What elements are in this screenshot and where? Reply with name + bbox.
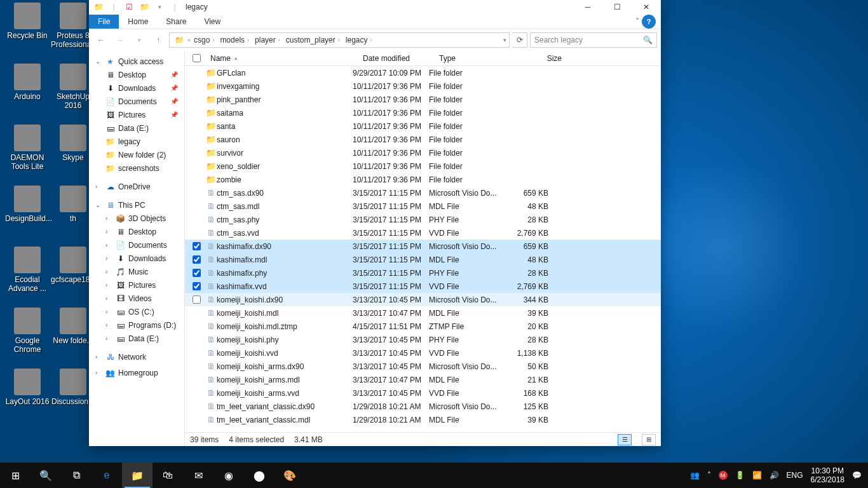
system-tray[interactable]: 👥 ˄ M 🔋 📶 🔊 ENG 10:30 PM 6/23/2018 💬 xyxy=(684,466,868,485)
row-checkbox[interactable] xyxy=(193,255,201,264)
desktop-icon[interactable]: DesignBuild... xyxy=(5,186,50,223)
nav-qa-item[interactable]: 🖥Desktop📌 xyxy=(89,68,184,81)
file-row[interactable]: 🗎komeiji_koishi.mdl3/13/2017 10:47 PMMDL… xyxy=(185,306,661,320)
file-row[interactable]: 🗎tm_leet_variant_classic.dx901/29/2018 1… xyxy=(185,400,661,413)
col-date[interactable]: Date modified xyxy=(358,54,434,63)
file-row[interactable]: 📁xeno_soldier10/11/2017 9:36 PMFile fold… xyxy=(185,159,661,173)
titlebar[interactable]: 📁 | ☑ 📁 ▾ | legacy ─ ☐ ✕ xyxy=(89,0,661,14)
file-row[interactable]: 🗎komeiji_koishi.phy3/13/2017 10:45 PMPHY… xyxy=(185,333,661,346)
file-row[interactable]: 🗎kashimafix.vvd3/15/2017 11:15 PMVVD Fil… xyxy=(185,280,661,293)
file-row[interactable]: 🗎komeiji_koishi_arms.vvd3/13/2017 10:45 … xyxy=(185,386,661,400)
taskbar-chrome[interactable]: ◉ xyxy=(214,463,244,488)
nav-pc-item[interactable]: ›🖼Pictures xyxy=(89,278,184,292)
col-size[interactable]: Size xyxy=(510,54,567,63)
chevron-left-icon[interactable]: « xyxy=(187,37,191,43)
language-indicator[interactable]: ENG xyxy=(787,471,803,480)
row-checkbox[interactable] xyxy=(193,242,201,250)
taskbar-steam[interactable]: ⬤ xyxy=(244,463,275,488)
nav-network[interactable]: ›🖧Network xyxy=(89,350,184,363)
crumb-models[interactable]: models› xyxy=(217,36,252,44)
file-row[interactable]: 📁zombie10/11/2017 9:36 PMFile folder xyxy=(185,173,661,186)
desktop-icon[interactable]: DAEMON Tools Lite xyxy=(5,125,50,171)
crumb-custom-player[interactable]: custom_player› xyxy=(283,36,342,44)
file-row[interactable]: 🗎ctm_sas.vvd3/15/2017 11:15 PMVVD File2,… xyxy=(185,226,661,240)
view-thumbnails-button[interactable]: ⊞ xyxy=(642,434,656,445)
nav-quick-access[interactable]: ⌄★Quick access xyxy=(89,55,184,68)
file-row[interactable]: 🗎komeiji_koishi.vvd3/13/2017 10:45 PMVVD… xyxy=(185,346,661,360)
nav-pc-item[interactable]: ›📦3D Objects xyxy=(89,212,184,225)
desktop-icon[interactable]: Recycle Bin xyxy=(5,3,50,40)
explorer-icon[interactable]: 📁 xyxy=(93,2,104,12)
file-row[interactable]: 🗎ctm_sas.mdl3/15/2017 11:15 PMMDL File48… xyxy=(185,200,661,213)
row-checkbox[interactable] xyxy=(193,295,201,304)
file-row[interactable]: 🗎kashimafix.dx903/15/2017 11:15 PMMicros… xyxy=(185,240,661,253)
help-button[interactable]: ? xyxy=(642,15,656,29)
nav-pc-item[interactable]: ›🖥Desktop xyxy=(89,225,184,238)
file-row[interactable]: 🗎ctm_sas.phy3/15/2017 11:15 PMPHY File28… xyxy=(185,213,661,226)
nav-this-pc[interactable]: ⌄🖥This PC xyxy=(89,198,184,212)
nav-qa-item[interactable]: 📁screenshots xyxy=(89,161,184,175)
maximize-button[interactable]: ☐ xyxy=(602,0,632,14)
nav-back-button[interactable]: ← xyxy=(93,32,109,48)
nav-qa-item[interactable]: 📁legacy xyxy=(89,135,184,148)
tab-file[interactable]: File xyxy=(89,15,119,29)
qat-new-folder[interactable]: 📁 xyxy=(139,2,150,12)
taskbar-mail[interactable]: ✉ xyxy=(183,463,214,488)
select-all-checkbox[interactable] xyxy=(193,54,201,62)
nav-qa-item[interactable]: 🖴Data (E:) xyxy=(89,121,184,135)
col-name[interactable]: Name▴ xyxy=(205,54,358,63)
nav-pc-item[interactable]: ›🖴OS (C:) xyxy=(89,305,184,318)
taskbar-store[interactable]: 🛍 xyxy=(153,463,183,488)
file-row[interactable]: 📁sauron10/11/2017 9:36 PMFile folder xyxy=(185,133,661,146)
taskbar[interactable]: ⊞ 🔍 ⧉ e 📁 🛍 ✉ ◉ ⬤ 🎨 👥 ˄ M 🔋 📶 🔊 ENG 10:3… xyxy=(0,463,868,488)
taskbar-edge[interactable]: e xyxy=(92,463,122,488)
breadcrumb-root-icon[interactable]: 📁 xyxy=(172,36,187,44)
file-row[interactable]: 🗎kashimafix.phy3/15/2017 11:15 PMPHY Fil… xyxy=(185,266,661,280)
nav-pc-item[interactable]: ›🖴Data (E:) xyxy=(89,332,184,345)
search-button[interactable]: 🔍 xyxy=(31,463,61,488)
file-row[interactable]: 📁survivor10/11/2017 9:36 PMFile folder xyxy=(185,146,661,159)
taskbar-paint[interactable]: 🎨 xyxy=(275,463,305,488)
nav-pc-item[interactable]: ›🎵Music xyxy=(89,265,184,278)
file-row[interactable]: 🗎tm_leet_variant_classic.mdl1/29/2018 10… xyxy=(185,413,661,426)
file-row[interactable]: 🗎komeiji_koishi_arms.mdl3/13/2017 10:47 … xyxy=(185,373,661,386)
volume-icon[interactable]: 🔊 xyxy=(770,471,779,480)
nav-qa-item[interactable]: 🖼Pictures📌 xyxy=(89,108,184,121)
tab-share[interactable]: Share xyxy=(157,15,195,29)
file-row[interactable]: 📁invexgaming10/11/2017 9:36 PMFile folde… xyxy=(185,79,661,93)
nav-up-button[interactable]: ↑ xyxy=(150,32,166,48)
row-checkbox[interactable] xyxy=(193,282,201,290)
ribbon-collapse-icon[interactable]: ˅ xyxy=(635,17,639,26)
desktop-icon[interactable]: Google Chrome xyxy=(5,308,50,354)
file-row[interactable]: 📁pink_panther10/11/2017 9:36 PMFile fold… xyxy=(185,93,661,106)
close-button[interactable]: ✕ xyxy=(632,0,661,14)
nav-onedrive[interactable]: ›☁OneDrive xyxy=(89,180,184,193)
file-row[interactable]: 🗎ctm_sas.dx903/15/2017 11:15 PMMicrosoft… xyxy=(185,186,661,200)
breadcrumb[interactable]: 📁 « csgo› models› player› custom_player›… xyxy=(169,32,510,48)
nav-pc-item[interactable]: ›📄Documents xyxy=(89,238,184,252)
file-row[interactable]: 🗎komeiji_koishi_arms.dx903/13/2017 10:45… xyxy=(185,360,661,373)
file-row[interactable]: 📁santa10/11/2017 9:36 PMFile folder xyxy=(185,119,661,133)
desktop-icon[interactable]: Arduino xyxy=(5,64,50,101)
minimize-button[interactable]: ─ xyxy=(573,0,602,14)
nav-homegroup[interactable]: ›👥Homegroup xyxy=(89,366,184,379)
tray-overflow-icon[interactable]: ˄ xyxy=(707,471,711,480)
nav-pane[interactable]: ⌄★Quick access 🖥Desktop📌⬇Downloads📌📄Docu… xyxy=(89,51,185,446)
qat-properties[interactable]: ☑ xyxy=(123,2,135,12)
search-input[interactable]: Search legacy 🔍 xyxy=(530,32,657,48)
nav-qa-item[interactable]: ⬇Downloads📌 xyxy=(89,81,184,95)
col-type[interactable]: Type xyxy=(434,54,510,63)
nav-pc-item[interactable]: ›🎞Videos xyxy=(89,292,184,305)
action-center-icon[interactable]: 💬 xyxy=(852,471,862,480)
file-row[interactable]: 🗎komeiji_koishi.dx903/13/2017 10:45 PMMi… xyxy=(185,293,661,306)
column-headers[interactable]: Name▴ Date modified Type Size xyxy=(185,51,661,66)
people-icon[interactable]: 👥 xyxy=(690,471,700,480)
tray-mega-icon[interactable]: M xyxy=(719,471,728,480)
start-button[interactable]: ⊞ xyxy=(0,463,31,488)
wifi-icon[interactable]: 📶 xyxy=(752,471,762,480)
refresh-button[interactable]: ⟳ xyxy=(512,32,527,48)
battery-icon[interactable]: 🔋 xyxy=(735,471,745,480)
file-row[interactable]: 📁GFLclan9/29/2017 10:09 PMFile folder xyxy=(185,66,661,79)
crumb-legacy[interactable]: legacy› xyxy=(343,36,375,44)
nav-pc-item[interactable]: ›🖴Programs (D:) xyxy=(89,318,184,332)
